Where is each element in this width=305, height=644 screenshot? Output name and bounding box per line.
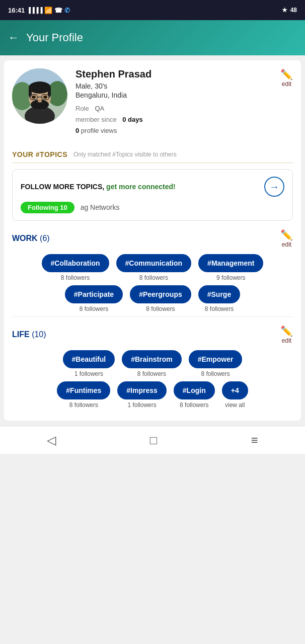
tag-item: #Collaboration 8 followers [42, 254, 109, 281]
topics-subtitle: Only matched #Topics visible to others [73, 151, 177, 158]
header: ← Your Profile [0, 20, 305, 55]
life-edit-label: edit [282, 337, 291, 344]
tag-communication[interactable]: #Communication [116, 254, 192, 272]
tag-item: +4 view all [222, 381, 248, 409]
voip-icon: ✆ [64, 7, 70, 14]
work-pencil-icon: ✏️ [280, 229, 293, 241]
following-pill[interactable]: Following 10 [21, 202, 74, 213]
follow-banner-top: FOLLOW MORE TOPICS, get more connected! … [21, 177, 284, 197]
divider [12, 316, 293, 317]
profile-location: Bengaluru, India [75, 91, 272, 99]
life-title: LIFE (10) [12, 330, 46, 339]
tag-collaboration[interactable]: #Collaboration [42, 254, 109, 272]
tag-item: #Participate 8 followers [65, 285, 123, 312]
tag-item: #Funtimes 8 followers [57, 381, 110, 409]
work-title-group: WORK (6) [12, 234, 50, 243]
tag-item: #Beautiful 1 followers [63, 350, 115, 377]
tag-followers: 8 followers [61, 274, 90, 281]
tag-brainstrom[interactable]: #Brainstrom [122, 350, 181, 368]
work-section-header: WORK (6) ✏️ edit [12, 229, 293, 248]
menu-nav-button[interactable]: ≡ [241, 429, 268, 451]
tag-followers: 8 followers [205, 305, 234, 312]
tag-item: #Impress 1 followers [117, 381, 166, 409]
svg-point-16 [32, 96, 36, 99]
tag-plus4[interactable]: +4 [222, 381, 248, 399]
follow-banner: FOLLOW MORE TOPICS, get more connected! … [12, 169, 293, 221]
tag-empower[interactable]: #Empower [189, 350, 243, 368]
status-right: ★ 48 [282, 7, 297, 14]
tag-followers: 8 followers [69, 401, 98, 409]
tag-followers: 8 followers [80, 305, 108, 312]
profile-edit-button[interactable]: ✏️ edit [280, 68, 293, 88]
tag-followers: 8 followers [180, 401, 208, 409]
back-button[interactable]: ← [8, 31, 19, 44]
svg-point-7 [29, 82, 51, 94]
status-bar: 16:41 ▐▐▐▐ 📶 ☎ ✆ ★ 48 [0, 0, 305, 20]
tag-item: #Empower 8 followers [189, 350, 243, 377]
work-title: WORK (6) [12, 234, 50, 243]
tag-funtimes[interactable]: #Funtimes [57, 381, 110, 399]
following-row: Following 10 ag Networks [21, 202, 284, 213]
tag-followers: 9 followers [216, 274, 245, 281]
avatar [12, 68, 67, 124]
life-pencil-icon: ✏️ [280, 325, 293, 337]
life-tags-grid-row1: #Beautiful 1 followers #Brainstrom 8 fol… [12, 350, 293, 377]
svg-point-17 [43, 96, 47, 99]
tag-surge[interactable]: #Surge [198, 285, 240, 303]
work-edit-label: edit [282, 241, 291, 248]
bottom-navigation: ◁ □ ≡ [0, 426, 305, 454]
work-tags-grid: #Collaboration 8 followers #Communicatio… [12, 254, 293, 281]
tag-peergroups[interactable]: #Peergroups [130, 285, 191, 303]
life-tags-grid-row2: #Funtimes 8 followers #Impress 1 followe… [12, 381, 293, 409]
tag-followers: 8 followers [201, 370, 230, 377]
pencil-icon: ✏️ [280, 68, 293, 80]
topics-header: YOUR #TOPICS Only matched #Topics visibl… [12, 144, 293, 163]
life-title-group: LIFE (10) [12, 330, 46, 339]
tag-login[interactable]: #Login [174, 381, 215, 399]
tag-item: #Peergroups 8 followers [130, 285, 191, 312]
wifi-icon: 📶 [44, 7, 52, 14]
edit-label: edit [282, 80, 291, 88]
back-nav-button[interactable]: ◁ [37, 429, 66, 451]
status-time: 16:41 [8, 7, 25, 14]
profile-info: Stephen Prasad Male, 30's Bengaluru, Ind… [75, 68, 272, 136]
tag-item: #Communication 8 followers [116, 254, 192, 281]
work-tags-grid-row2: #Participate 8 followers #Peergroups 8 f… [12, 285, 293, 312]
tag-followers: 8 followers [139, 274, 168, 281]
work-edit-button[interactable]: ✏️ edit [280, 229, 293, 248]
svg-point-18 [38, 100, 42, 103]
tag-item: #Management 9 followers [198, 254, 263, 281]
tag-followers: 1 followers [127, 401, 156, 409]
tag-networks-text: ag Networks [81, 203, 120, 211]
follow-arrow-button[interactable]: → [264, 177, 284, 197]
tag-followers: 1 followers [74, 370, 103, 377]
tag-beautiful[interactable]: #Beautiful [63, 350, 115, 368]
topics-title: YOUR #TOPICS [12, 150, 67, 158]
tag-participate[interactable]: #Participate [65, 285, 123, 303]
profile-meta: Role QA member since 0 days 0 profile vi… [75, 103, 272, 136]
signal-icon: ▐▐▐▐ [27, 7, 42, 13]
tag-item: #Brainstrom 8 followers [122, 350, 181, 377]
tag-management[interactable]: #Management [198, 254, 263, 272]
page-title: Your Profile [26, 31, 83, 44]
tag-followers: 8 followers [137, 370, 166, 377]
status-left: 16:41 ▐▐▐▐ 📶 ☎ ✆ [8, 7, 70, 14]
profile-name: Stephen Prasad [75, 68, 272, 80]
life-section-header: LIFE (10) ✏️ edit [12, 325, 293, 344]
battery-indicator: 48 [290, 7, 297, 14]
tag-followers: 8 followers [146, 305, 175, 312]
life-edit-button[interactable]: ✏️ edit [280, 325, 293, 344]
tag-item: #Surge 8 followers [198, 285, 240, 312]
bluetooth-icon: ★ [282, 7, 287, 14]
follow-banner-text: FOLLOW MORE TOPICS, get more connected! [21, 183, 176, 191]
tag-view-all: view all [225, 401, 245, 409]
profile-demo: Male, 30's [75, 82, 272, 90]
main-card: Stephen Prasad Male, 30's Bengaluru, Ind… [4, 60, 301, 421]
home-nav-button[interactable]: □ [140, 429, 168, 451]
call-icon: ☎ [54, 7, 62, 14]
profile-section: Stephen Prasad Male, 30's Bengaluru, Ind… [12, 68, 293, 144]
tag-item: #Login 8 followers [174, 381, 215, 409]
tag-impress[interactable]: #Impress [117, 381, 166, 399]
